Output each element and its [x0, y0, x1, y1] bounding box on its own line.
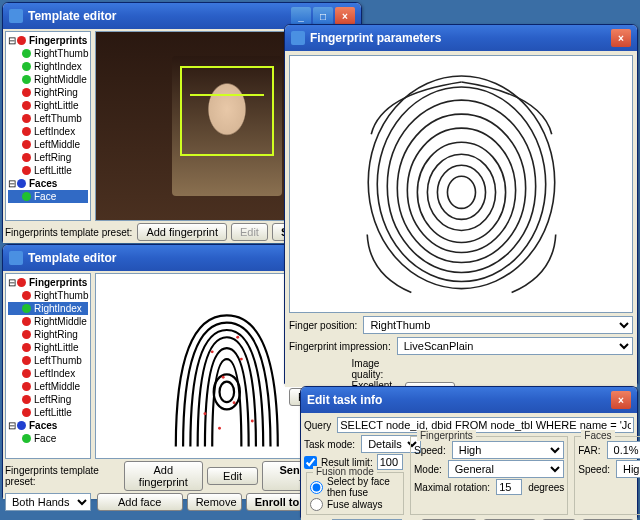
- resultlimit-input[interactable]: [377, 454, 403, 470]
- fp-speed-select[interactable]: High: [452, 441, 565, 459]
- fp-mode-select[interactable]: General: [448, 460, 564, 478]
- svg-point-7: [251, 419, 254, 422]
- svg-point-16: [387, 100, 535, 272]
- maximize-button[interactable]: □: [313, 7, 333, 25]
- svg-point-2: [211, 350, 214, 353]
- svg-point-10: [447, 176, 475, 208]
- window-title: Template editor: [28, 9, 116, 23]
- preset-select[interactable]: Both Hands: [5, 493, 91, 511]
- template-tree[interactable]: ⊟FingerprintsRightThumbRightIndexRightMi…: [5, 273, 91, 459]
- fusion-radio-face-first[interactable]: [310, 481, 323, 494]
- faces-legend: Faces: [581, 430, 614, 441]
- svg-point-8: [218, 426, 221, 429]
- window-title: Template editor: [28, 251, 116, 265]
- fingerprint-large-preview: [289, 55, 633, 313]
- add-fingerprint-button[interactable]: Add fingerprint: [137, 223, 227, 241]
- edit-button[interactable]: Edit: [231, 223, 268, 241]
- close-button[interactable]: ×: [611, 29, 631, 47]
- finger-position-label: Finger position:: [289, 320, 357, 331]
- impression-select[interactable]: LiveScanPlain: [397, 337, 633, 355]
- edit-task-window: Edit task info × Query Task mode: Detail…: [300, 386, 638, 518]
- add-face-button[interactable]: Add face: [97, 493, 183, 511]
- face-detection-box: [180, 66, 274, 156]
- eye-line: [190, 94, 263, 96]
- svg-point-0: [214, 374, 240, 409]
- preset-label: Fingerprints template preset:: [5, 227, 132, 238]
- edit-button[interactable]: Edit: [207, 467, 258, 485]
- fingerprint-params-window: Fingerprint parameters ×: [284, 24, 638, 384]
- titlebar[interactable]: Fingerprint parameters ×: [285, 25, 637, 51]
- fusion-legend: Fusion mode: [313, 466, 377, 477]
- close-button[interactable]: ×: [611, 391, 631, 409]
- preset-label: Fingerprints template preset:: [5, 465, 120, 487]
- finger-position-select[interactable]: RightThumb: [363, 316, 633, 334]
- window-title: Fingerprint parameters: [310, 31, 441, 45]
- query-label: Query: [304, 420, 331, 431]
- svg-point-3: [240, 357, 243, 360]
- fusion-radio-always[interactable]: [310, 498, 323, 511]
- app-icon: [9, 251, 23, 265]
- svg-point-5: [233, 401, 236, 404]
- svg-point-4: [222, 375, 225, 378]
- svg-point-15: [397, 114, 525, 262]
- impression-label: Fingerprint impression:: [289, 341, 391, 352]
- minimize-button[interactable]: _: [291, 7, 311, 25]
- app-icon: [9, 9, 23, 23]
- svg-point-9: [236, 335, 239, 338]
- svg-point-6: [204, 412, 207, 415]
- remove-button[interactable]: Remove: [187, 493, 242, 511]
- svg-point-18: [368, 76, 554, 289]
- app-icon: [291, 31, 305, 45]
- svg-point-13: [417, 142, 505, 242]
- window-title: Edit task info: [307, 393, 382, 407]
- maxrot-input[interactable]: [496, 479, 522, 495]
- taskmode-label: Task mode:: [304, 439, 355, 450]
- fingerprint-whorl-icon: [311, 64, 612, 305]
- faces-far-select[interactable]: 0.1%: [607, 441, 640, 459]
- titlebar[interactable]: Edit task info ×: [301, 387, 637, 413]
- svg-point-11: [437, 165, 485, 219]
- fp-legend: Fingerprints: [417, 430, 476, 441]
- svg-point-14: [407, 128, 515, 252]
- template-tree[interactable]: ⊟FingerprintsRightThumbRightIndexRightMi…: [5, 31, 91, 221]
- close-button[interactable]: ×: [335, 7, 355, 25]
- faces-speed-select[interactable]: High: [616, 460, 640, 478]
- add-fingerprint-button[interactable]: Add fingerprint: [124, 461, 203, 491]
- svg-point-1: [220, 381, 235, 401]
